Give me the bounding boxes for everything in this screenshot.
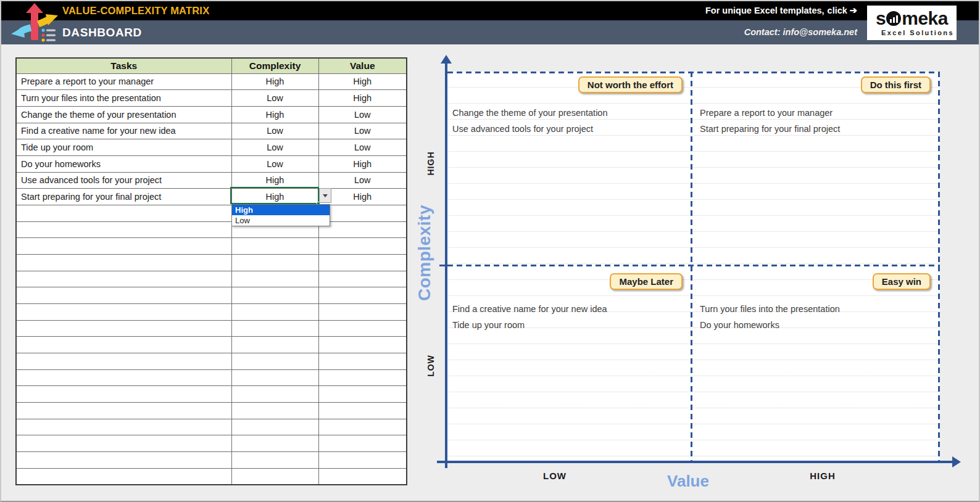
- empty-cell[interactable]: [318, 337, 407, 353]
- empty-cell[interactable]: [231, 468, 318, 485]
- table-row: Use advanced tools for your projectHighL…: [16, 172, 407, 189]
- matrix-horizontal-divider: [447, 265, 940, 266]
- value-cell[interactable]: High: [318, 73, 407, 90]
- matrix-top-border: [447, 72, 940, 73]
- task-cell[interactable]: Turn your files into the presentation: [16, 90, 231, 107]
- dropdown-option-low[interactable]: Low: [232, 215, 330, 226]
- empty-cell[interactable]: [16, 287, 231, 304]
- value-cell[interactable]: Low: [318, 106, 407, 123]
- empty-cell[interactable]: [16, 435, 231, 452]
- empty-cell[interactable]: [231, 337, 318, 353]
- complexity-cell[interactable]: High: [231, 106, 318, 123]
- empty-cell[interactable]: [318, 303, 407, 320]
- empty-cell[interactable]: [318, 369, 407, 386]
- quadrant-item: Prepare a report to your manager: [700, 105, 840, 121]
- col-header-complexity[interactable]: Complexity: [231, 58, 318, 73]
- empty-cell[interactable]: [231, 402, 318, 419]
- empty-cell[interactable]: [231, 271, 318, 287]
- empty-cell[interactable]: [318, 287, 407, 304]
- complexity-cell[interactable]: Low: [231, 155, 318, 172]
- empty-cell[interactable]: [16, 205, 231, 221]
- empty-cell[interactable]: [16, 254, 231, 271]
- empty-cell[interactable]: [318, 254, 407, 271]
- empty-cell[interactable]: [231, 435, 318, 452]
- empty-cell[interactable]: [231, 386, 318, 403]
- promo-link[interactable]: For unique Excel templates,click ➔: [705, 1, 857, 20]
- value-cell[interactable]: High: [318, 155, 407, 172]
- empty-cell[interactable]: [16, 369, 231, 386]
- empty-cell[interactable]: [318, 353, 407, 369]
- quadrant-items-bottom-left: Find a creative name for your new ideaTi…: [452, 301, 607, 334]
- task-cell[interactable]: Use advanced tools for your project: [16, 172, 231, 189]
- empty-table-row: [16, 303, 407, 320]
- empty-cell[interactable]: [231, 419, 318, 435]
- empty-cell[interactable]: [318, 271, 407, 287]
- value-cell[interactable]: Low: [318, 172, 407, 189]
- task-cell[interactable]: Tide up your room: [16, 139, 231, 156]
- complexity-cell[interactable]: Low: [231, 90, 318, 107]
- promo-click-arrow[interactable]: click ➔: [828, 6, 857, 15]
- task-cell[interactable]: Prepare a report to your manager: [16, 73, 231, 90]
- col-header-value[interactable]: Value: [318, 58, 407, 73]
- dropdown-button[interactable]: [319, 188, 331, 203]
- empty-cell[interactable]: [318, 221, 407, 238]
- empty-cell[interactable]: [231, 451, 318, 468]
- dropdown-option-high[interactable]: High: [232, 205, 330, 215]
- empty-cell[interactable]: [16, 468, 231, 485]
- empty-cell[interactable]: [231, 353, 318, 369]
- empty-cell[interactable]: [16, 353, 231, 369]
- table-row: Find a creative name for your new ideaLo…: [16, 123, 407, 139]
- empty-cell[interactable]: [231, 320, 318, 337]
- complexity-cell[interactable]: High: [231, 189, 318, 205]
- empty-cell[interactable]: [16, 402, 231, 419]
- x-axis-arrow-icon: [952, 456, 961, 467]
- empty-cell[interactable]: [231, 254, 318, 271]
- empty-cell[interactable]: [318, 402, 407, 419]
- task-cell[interactable]: Find a creative name for your new idea: [16, 123, 231, 139]
- complexity-cell[interactable]: High: [231, 172, 318, 189]
- empty-cell[interactable]: [16, 221, 231, 238]
- task-cell[interactable]: Start preparing for your final project: [16, 189, 231, 205]
- empty-cell[interactable]: [318, 386, 407, 403]
- table-row: Tide up your roomLowLow: [16, 139, 407, 156]
- empty-cell[interactable]: [318, 468, 407, 485]
- value-cell[interactable]: Low: [318, 123, 407, 139]
- complexity-cell[interactable]: High: [231, 73, 318, 90]
- empty-cell[interactable]: [16, 451, 231, 468]
- empty-cell[interactable]: [16, 320, 231, 337]
- empty-cell[interactable]: [318, 435, 407, 452]
- x-axis-line: [437, 461, 954, 463]
- chevron-down-icon: [323, 194, 328, 197]
- empty-cell[interactable]: [318, 205, 407, 221]
- col-header-tasks[interactable]: Tasks: [16, 58, 231, 73]
- empty-cell[interactable]: [318, 238, 407, 255]
- complexity-cell[interactable]: Low: [231, 139, 318, 156]
- value-cell[interactable]: High: [318, 189, 407, 205]
- empty-cell[interactable]: [16, 238, 231, 255]
- empty-cell[interactable]: [16, 419, 231, 435]
- empty-cell[interactable]: [318, 320, 407, 337]
- quadrant-item: Find a creative name for your new idea: [452, 301, 607, 317]
- value-cell[interactable]: High: [318, 90, 407, 107]
- empty-cell[interactable]: [231, 238, 318, 255]
- table-row: Prepare a report to your managerHighHigh: [16, 73, 407, 90]
- matrix-right-border: [938, 72, 940, 461]
- empty-table-row: [16, 238, 407, 255]
- empty-cell[interactable]: [16, 271, 231, 287]
- task-cell[interactable]: Do your homeworks: [16, 155, 231, 172]
- complexity-cell[interactable]: Low: [231, 123, 318, 139]
- empty-cell[interactable]: [231, 303, 318, 320]
- empty-cell[interactable]: [231, 369, 318, 386]
- task-cell[interactable]: Change the theme of your presentation: [16, 106, 231, 123]
- empty-cell[interactable]: [16, 386, 231, 403]
- empty-cell[interactable]: [16, 337, 231, 353]
- quadrant-items-bottom-right: Turn your files into the presentationDo …: [700, 301, 840, 334]
- empty-cell[interactable]: [231, 287, 318, 304]
- empty-cell[interactable]: [16, 303, 231, 320]
- empty-cell[interactable]: [318, 451, 407, 468]
- value-cell[interactable]: Low: [318, 139, 407, 156]
- someka-chart-icon: [886, 11, 901, 26]
- empty-cell[interactable]: [318, 419, 407, 435]
- someka-wordmark: smeka: [876, 9, 948, 28]
- empty-table-row: [16, 435, 407, 452]
